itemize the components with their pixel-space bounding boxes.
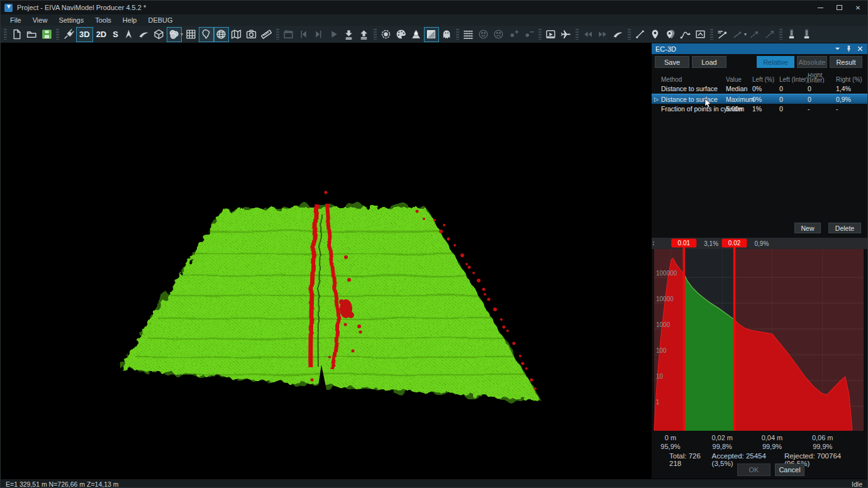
wireframe-cube-icon[interactable] [152, 27, 167, 42]
row-expander-icon[interactable]: ▷ [652, 96, 661, 103]
save-button[interactable]: Save [655, 56, 689, 68]
pin-icon[interactable] [845, 45, 852, 52]
ec3d-panel: EC-3D Save Load Relative Absolute Result… [652, 43, 867, 479]
y-tick-label: 100000 [656, 270, 677, 277]
absolute-toggle-button[interactable]: Absolute [797, 56, 827, 68]
shaded-spheres-icon[interactable] [167, 27, 182, 42]
connect-plug-icon[interactable] [61, 27, 76, 42]
spheres-dropdown-icon[interactable]: ▾ [181, 31, 183, 37]
toolbar-grip [56, 29, 59, 40]
y-tick-label: 100 [656, 347, 667, 354]
table-row[interactable]: Fraction of points in cylinder5.00m 1%0 … [652, 104, 867, 114]
mouse-cursor [704, 98, 712, 109]
table-header-row: Method Value Left (%) Left (Inter) Right… [652, 72, 867, 84]
maximize-button[interactable] [830, 1, 849, 14]
close-icon[interactable] [857, 45, 864, 52]
route-curve-icon[interactable] [678, 27, 693, 42]
seabed-tool-icon[interactable] [611, 27, 626, 42]
open-folder-icon[interactable] [24, 27, 39, 42]
x-tick-label: 0 m [665, 434, 676, 441]
view-s-button[interactable]: S [109, 27, 121, 42]
new-document-icon[interactable] [9, 27, 24, 42]
view-2d-button[interactable]: 2D [93, 27, 110, 42]
menu-help[interactable]: Help [117, 16, 143, 25]
smiley-accept-icon[interactable] [476, 27, 491, 42]
toolbar-grip [576, 29, 579, 40]
cancel-button[interactable]: Cancel [775, 463, 804, 476]
delete-button[interactable]: Delete [828, 223, 861, 233]
fast-forward-icon[interactable] [596, 27, 611, 42]
x-tick-percent: 99,8% [713, 443, 732, 450]
brightness-icon[interactable] [379, 27, 394, 42]
north-arrow-icon[interactable] [121, 27, 136, 42]
view-3d-button[interactable]: 3D [76, 27, 93, 42]
menu-settings[interactable]: Settings [53, 16, 89, 25]
camera-icon[interactable] [244, 27, 259, 42]
shading-square-icon[interactable] [424, 27, 439, 42]
threshold-percent: 3,1% [704, 240, 718, 247]
region-outline-icon[interactable] [199, 27, 214, 42]
toolbar-grip [456, 29, 459, 40]
import-down-icon[interactable] [342, 27, 357, 42]
grid-icon[interactable] [184, 27, 199, 42]
save-icon[interactable] [39, 27, 54, 42]
histogram-chart[interactable]: 1101001000100001000000.013,1%0.020,9%0 m… [652, 238, 868, 453]
y-tick-label: 10000 [656, 296, 674, 302]
slider-vertical-1-icon[interactable] [784, 27, 799, 42]
point-matrix-icon[interactable] [461, 27, 476, 42]
step-back-icon[interactable] [296, 27, 311, 42]
minimize-button[interactable] [811, 1, 830, 14]
globe-icon[interactable] [214, 27, 229, 42]
x-tick-percent: 95,9% [660, 443, 680, 450]
export-up-icon[interactable] [357, 27, 372, 42]
close-button[interactable]: ✕ [849, 1, 867, 14]
menu-view[interactable]: View [27, 16, 53, 25]
menubar: File View Settings Tools Help DEBUG [1, 14, 867, 26]
minimize-icon [818, 8, 823, 8]
ruler-icon[interactable] [259, 27, 274, 42]
statusbar: E=1 329,51 m N=726,66 m Z=14,13 m Idle [1, 479, 867, 488]
result-button[interactable]: Result [830, 56, 862, 68]
water-drop-icon[interactable] [409, 27, 424, 42]
viewport-3d[interactable] [1, 43, 652, 479]
seabed-view-icon[interactable] [136, 27, 152, 42]
waypoint-icon[interactable] [648, 27, 663, 42]
ghost-icon[interactable] [439, 27, 454, 42]
cursor-coordinates: E=1 329,51 m N=726,66 m Z=14,13 m [6, 480, 118, 488]
video-export-icon[interactable] [543, 27, 559, 42]
methods-table: Method Value Left (%) Left (Inter) Right… [652, 72, 867, 114]
play-icon[interactable] [326, 27, 342, 42]
waypoints-icon[interactable] [663, 27, 678, 42]
palette-icon[interactable] [394, 27, 409, 42]
measure-arrow-icon[interactable] [747, 27, 762, 42]
line-tool-icon[interactable] [633, 27, 648, 42]
titlebar: Project - EIVA NaviModel Producer 4.5.2 … [1, 1, 867, 14]
point-remove-icon[interactable] [521, 27, 537, 42]
table-row[interactable]: Distance to surfaceMedian 0%0 01,4% [652, 84, 867, 94]
smiley-reject-icon[interactable] [491, 27, 506, 42]
profile-points-icon[interactable] [715, 27, 730, 42]
point-cloud-render [1, 43, 652, 479]
ok-button[interactable]: OK [737, 463, 771, 476]
menu-file[interactable]: File [4, 16, 27, 25]
table-row-selected[interactable]: ▷ Distance to surfaceMaximum 0%0 00,9% [652, 94, 867, 104]
step-forward-icon[interactable] [311, 27, 326, 42]
menu-debug[interactable]: DEBUG [142, 16, 178, 25]
x-tick-percent: 99,9% [813, 443, 832, 450]
chevron-down-icon[interactable] [834, 45, 841, 52]
measure-arrow-2-icon[interactable] [762, 27, 777, 42]
clapperboard-icon[interactable] [281, 27, 296, 42]
flight-icon[interactable] [559, 27, 574, 42]
menu-tools[interactable]: Tools [89, 16, 117, 25]
point-arrow-icon[interactable] [730, 27, 745, 42]
slider-vertical-2-icon[interactable] [799, 27, 815, 42]
new-button[interactable]: New [794, 223, 821, 233]
map-fold-icon[interactable] [229, 27, 244, 42]
point-arrow-dropdown-icon[interactable]: ▾ [744, 31, 747, 37]
load-button[interactable]: Load [692, 56, 726, 68]
rewind-icon[interactable] [581, 27, 596, 42]
panel-titlebar[interactable]: EC-3D [652, 43, 867, 54]
point-add-icon[interactable] [506, 27, 521, 42]
screenshot-box-icon[interactable] [693, 27, 708, 42]
relative-toggle-button[interactable]: Relative [757, 56, 794, 68]
